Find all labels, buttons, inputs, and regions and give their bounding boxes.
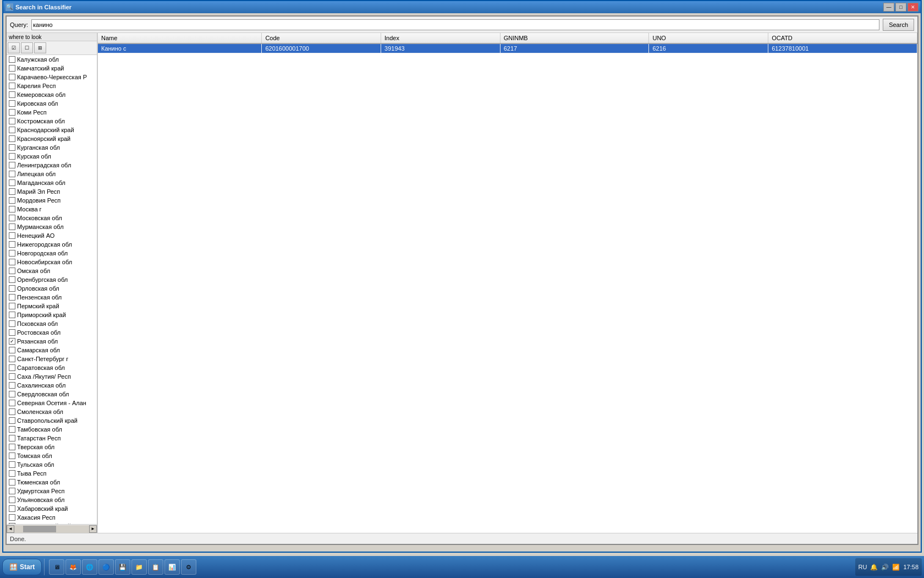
region-checkbox[interactable]	[9, 514, 15, 521]
list-item[interactable]: Тюменская обл	[7, 478, 97, 487]
region-checkbox[interactable]	[9, 83, 15, 89]
region-checkbox[interactable]	[9, 241, 15, 248]
list-item[interactable]: Тамбовская обл	[7, 425, 97, 434]
region-checkbox[interactable]	[9, 127, 15, 133]
region-checkbox[interactable]	[9, 162, 15, 168]
region-checkbox[interactable]	[9, 153, 15, 160]
list-item[interactable]: Свердловская обл	[7, 390, 97, 399]
list-item[interactable]: Ненецкий АО	[7, 231, 97, 240]
region-checkbox[interactable]	[9, 144, 15, 151]
region-checkbox[interactable]	[9, 329, 15, 336]
list-item[interactable]: Омская обл	[7, 266, 97, 275]
list-item[interactable]: Орловская обл	[7, 284, 97, 293]
region-checkbox[interactable]	[9, 56, 15, 63]
list-item[interactable]: Новгородская обл	[7, 249, 97, 258]
hscroll-area[interactable]: ◄ ►	[7, 524, 97, 533]
region-checkbox[interactable]	[9, 268, 15, 274]
region-checkbox[interactable]	[9, 382, 15, 389]
region-checkbox[interactable]	[9, 417, 15, 424]
region-checkbox[interactable]	[9, 118, 15, 124]
list-item[interactable]: Кировская обл	[7, 99, 97, 108]
taskbar-app-button[interactable]: 📊	[164, 559, 180, 575]
region-checkbox[interactable]	[9, 74, 15, 80]
list-item[interactable]: Приморский край	[7, 310, 97, 319]
minimize-button[interactable]: —	[883, 3, 894, 12]
list-item[interactable]: Краснодарский край	[7, 126, 97, 134]
region-checkbox[interactable]	[9, 188, 15, 195]
col-gninmb[interactable]: GNINMB	[500, 33, 649, 43]
region-checkbox[interactable]	[9, 259, 15, 265]
list-item[interactable]: Магаданская обл	[7, 178, 97, 187]
table-row[interactable]: Канино с62016000017003919436217621661237…	[98, 43, 917, 53]
region-checkbox[interactable]	[9, 470, 15, 477]
region-checkbox[interactable]	[9, 364, 15, 371]
list-item[interactable]: Костромская обл	[7, 117, 97, 126]
region-checkbox[interactable]	[9, 285, 15, 292]
list-item[interactable]: Хабаровский край	[7, 504, 97, 513]
list-item[interactable]: Тыва Респ	[7, 469, 97, 478]
list-item[interactable]: Самарская обл	[7, 346, 97, 355]
list-item[interactable]: Пермский край	[7, 302, 97, 310]
region-checkbox[interactable]	[9, 373, 15, 380]
region-checkbox[interactable]	[9, 497, 15, 503]
select-all-button[interactable]: ☑	[8, 42, 20, 53]
region-checkbox[interactable]	[9, 171, 15, 177]
region-checkbox[interactable]	[9, 356, 15, 362]
list-item[interactable]: Сахалинская обл	[7, 381, 97, 390]
region-checkbox[interactable]	[9, 100, 15, 107]
list-item[interactable]: Ростовская обл	[7, 328, 97, 337]
region-checkbox[interactable]	[9, 408, 15, 415]
col-uno[interactable]: UNO	[649, 33, 768, 43]
list-item[interactable]: Мурманская обл	[7, 222, 97, 231]
taskbar-app-button[interactable]: ⚙	[181, 559, 196, 575]
list-item[interactable]: Саратовская обл	[7, 363, 97, 372]
hscroll-right[interactable]: ►	[89, 525, 97, 533]
taskbar-app-button[interactable]: 🌐	[82, 559, 97, 575]
region-checkbox[interactable]	[9, 452, 15, 459]
region-checkbox[interactable]	[9, 338, 15, 345]
list-item[interactable]: Мордовия Респ	[7, 196, 97, 205]
col-code[interactable]: Code	[262, 33, 381, 43]
taskbar-app-button[interactable]: 💾	[115, 559, 130, 575]
region-checkbox[interactable]	[9, 215, 15, 221]
list-item[interactable]: Карелия Респ	[7, 81, 97, 90]
list-item[interactable]: Саха /Якутия/ Респ	[7, 372, 97, 381]
region-checkbox[interactable]	[9, 479, 15, 486]
region-checkbox[interactable]	[9, 135, 15, 142]
col-name[interactable]: Name	[98, 33, 262, 43]
maximize-button[interactable]: □	[895, 3, 906, 12]
list-item[interactable]: Тульская обл	[7, 460, 97, 469]
region-checkbox[interactable]	[9, 303, 15, 309]
region-checkbox[interactable]	[9, 461, 15, 468]
region-checkbox[interactable]	[9, 391, 15, 397]
list-item[interactable]: Липецкая обл	[7, 170, 97, 178]
region-checkbox[interactable]	[9, 109, 15, 116]
close-button[interactable]: ✕	[908, 3, 919, 12]
taskbar-app-button[interactable]: 📋	[148, 559, 163, 575]
region-checkbox[interactable]	[9, 276, 15, 283]
list-item[interactable]: Калужская обл	[7, 55, 97, 64]
search-button[interactable]: Search	[883, 19, 914, 31]
list-item[interactable]: Марий Эл Респ	[7, 187, 97, 196]
region-checkbox[interactable]	[9, 320, 15, 327]
list-item[interactable]: Московская обл	[7, 214, 97, 222]
list-item[interactable]: Удмуртская Респ	[7, 487, 97, 495]
list-item[interactable]: Санкт-Петербург г	[7, 355, 97, 363]
list-item[interactable]: Смоленская обл	[7, 407, 97, 416]
list-item[interactable]: Коми Респ	[7, 108, 97, 117]
hscroll-left[interactable]: ◄	[7, 525, 14, 533]
list-item[interactable]: Томская обл	[7, 451, 97, 460]
list-item[interactable]: Новосибирская обл	[7, 258, 97, 266]
region-checkbox[interactable]	[9, 206, 15, 212]
list-item[interactable]: Нижегородская обл	[7, 240, 97, 249]
region-checkbox[interactable]	[9, 65, 15, 72]
region-checkbox[interactable]	[9, 250, 15, 257]
list-item[interactable]: Северная Осетия - Алан	[7, 399, 97, 407]
region-checkbox[interactable]	[9, 400, 15, 406]
taskbar-app-button[interactable]: 🖥	[49, 559, 64, 575]
list-item[interactable]: Рязанская обл	[7, 337, 97, 346]
region-checkbox[interactable]	[9, 179, 15, 186]
query-input[interactable]	[31, 19, 879, 30]
taskbar-app-button[interactable]: 🦊	[65, 559, 81, 575]
region-checkbox[interactable]	[9, 232, 15, 239]
